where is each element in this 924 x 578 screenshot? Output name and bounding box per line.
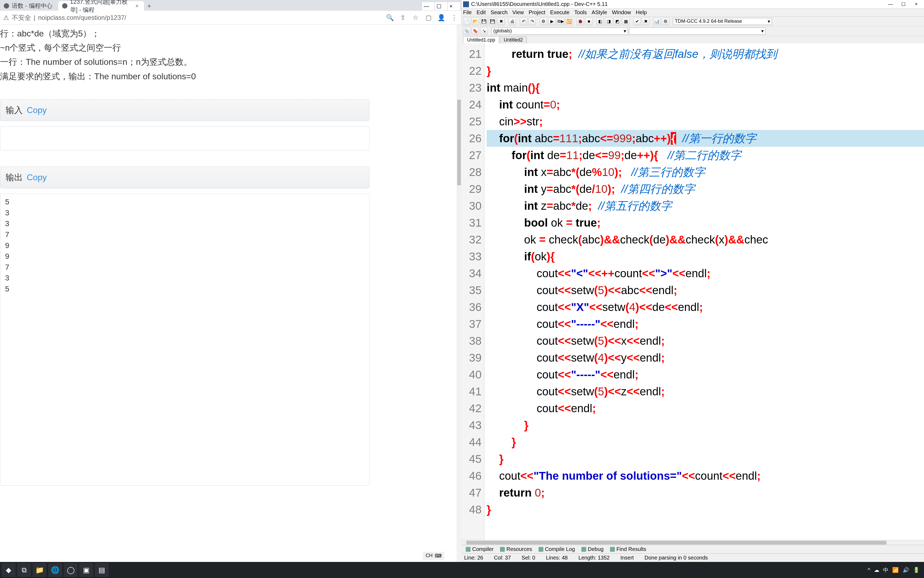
insert-button[interactable]: 📎 (463, 27, 471, 35)
taskview-button[interactable]: ⧉ (17, 563, 31, 577)
menu-astyle[interactable]: AStyle (592, 10, 607, 16)
code-line[interactable]: cout<<endl; (487, 400, 924, 417)
menu-edit[interactable]: Edit (476, 10, 485, 16)
url-box[interactable]: ⚠ 不安全 | noipclass.com/question/p1237/ (3, 13, 382, 22)
run-button[interactable]: ▶ (548, 18, 556, 25)
bottom-tab-compile-log[interactable]: Compile Log (536, 546, 578, 553)
bottom-tab-resources[interactable]: Resources (497, 546, 535, 553)
start-button[interactable]: ◆ (2, 563, 16, 577)
code-line[interactable]: cout<<"-----"<<endl; (487, 315, 924, 333)
zoom-icon[interactable]: 🔍 (386, 14, 394, 21)
menu-tools[interactable]: Tools (574, 10, 587, 16)
wifi-icon[interactable]: 📶 (892, 567, 899, 573)
ime-tray-icon[interactable]: 中 (883, 567, 888, 574)
undo-button[interactable]: ↶ (520, 18, 527, 25)
input-box[interactable] (0, 127, 369, 151)
menu-view[interactable]: View (512, 10, 524, 16)
volume-icon[interactable]: 🔊 (903, 567, 909, 573)
code-line[interactable]: int main(){ (487, 79, 924, 96)
close-file-button[interactable]: ✖ (497, 18, 505, 25)
code-line[interactable]: ok = check(abc)&&check(de)&&check(x)&&ch… (487, 231, 924, 248)
redo-button[interactable]: ↷ (528, 18, 536, 25)
code-area[interactable]: return true; //如果之前没有返回false，则说明都找到}int … (484, 44, 924, 540)
code-line[interactable]: } (487, 62, 924, 79)
toggle-button[interactable]: 🔖 (472, 27, 479, 35)
editor-hscrollbar[interactable] (461, 540, 924, 545)
browser-close[interactable]: × (448, 2, 460, 11)
close-button[interactable]: × (910, 0, 922, 8)
goto-button[interactable]: ◨ (605, 18, 612, 25)
code-line[interactable]: int y=abc*(de/10); //第四行的数字 (487, 180, 924, 197)
code-line[interactable]: cout<<"<"<<++count<<">"<<endl; (487, 265, 924, 282)
code-line[interactable]: int count=0; (487, 96, 924, 113)
code-line[interactable]: } (487, 434, 924, 450)
system-tray[interactable]: ^ ☁ 中 📶 🔊 🔋 (868, 567, 922, 574)
code-line[interactable]: cout<<setw(5)<<z<<endl; (487, 383, 924, 400)
browser-tab-0[interactable]: 语数 - 编程中心 (0, 1, 58, 11)
stop-button[interactable]: ■ (585, 18, 592, 25)
print-button[interactable]: 🖨 (508, 18, 516, 25)
close-icon[interactable]: × (136, 3, 139, 9)
scrollbar-thumb[interactable] (457, 100, 461, 185)
code-line[interactable]: return true; //如果之前没有返回false，则说明都找到 (487, 45, 924, 62)
browser-minimize[interactable]: — (422, 2, 434, 11)
code-line[interactable]: for(int de=11;de<=99;de++){ //第二行的数字 (487, 147, 924, 164)
menu-help[interactable]: Help (636, 10, 647, 16)
menu-search[interactable]: Search (490, 10, 508, 16)
battery-icon[interactable]: 🔋 (913, 567, 920, 573)
code-editor[interactable]: 2122232425262728293031323334353637383940… (461, 44, 924, 540)
code-line[interactable]: cout<<"-----"<<endl; (487, 366, 924, 383)
menu-icon[interactable]: ⋮ (450, 14, 458, 21)
panel-icon[interactable]: ▢ (425, 14, 432, 21)
maximize-button[interactable]: ☐ (897, 0, 909, 8)
bottom-tab-debug[interactable]: Debug (579, 546, 606, 553)
copy-link[interactable]: Copy (27, 105, 47, 115)
code-line[interactable]: } (487, 417, 924, 434)
code-line[interactable]: cout<<"The number of solutions="<<count<… (487, 468, 924, 484)
star-icon[interactable]: ☆ (412, 14, 419, 21)
chrome-button[interactable]: ◯ (64, 563, 78, 577)
rebuild-button[interactable]: 🔁 (565, 18, 573, 25)
editor-tab-0[interactable]: Untitled1.cpp (463, 36, 499, 44)
tray-up-icon[interactable]: ^ (868, 567, 870, 573)
browser-tab-1[interactable]: 1237.竖式问题[暴力枚举] - 编程 × (58, 1, 144, 11)
browser-maximize[interactable]: ☐ (435, 2, 447, 11)
code-line[interactable]: cout<<setw(5)<<x<<endl; (487, 333, 924, 349)
member-selector[interactable]: ▾ (629, 28, 765, 34)
copy-link[interactable]: Copy (27, 172, 47, 182)
menu-file[interactable]: File (463, 10, 472, 16)
code-line[interactable]: cout<<setw(4)<<y<<endl; (487, 349, 924, 366)
code-line[interactable]: int x=abc*(de%10); //第三行的数字 (487, 164, 924, 180)
code-line[interactable]: } (487, 450, 924, 468)
menu-execute[interactable]: Execute (550, 10, 570, 16)
compile-button[interactable]: ⚙ (540, 18, 547, 25)
bookmark-button[interactable]: ◩ (613, 18, 621, 25)
open-button[interactable]: 📂 (472, 18, 479, 25)
bottom-tab-find-results[interactable]: Find Results (607, 546, 649, 553)
code-line[interactable]: cout<<"X"<<setw(4)<<de<<endl; (487, 299, 924, 315)
compiler-selector[interactable]: TDM-GCC 4.9.2 64-bit Release ▾ (673, 18, 772, 25)
minimize-button[interactable]: — (884, 0, 897, 8)
code-line[interactable]: int z=abc*de; //第五行的数字 (487, 197, 924, 214)
grid-button[interactable]: ▦ (622, 18, 629, 25)
cancel-button[interactable]: ✖ (642, 18, 649, 25)
code-line[interactable]: for(int abc=111;abc<=999;abc++){ //第一行的数… (487, 130, 924, 147)
code-line[interactable]: cout<<setw(5)<<abc<<endl; (487, 282, 924, 299)
new-tab-button[interactable]: + (144, 1, 154, 11)
save-button[interactable]: 💾 (480, 18, 488, 25)
compile-run-button[interactable]: ⚙▶ (557, 18, 564, 25)
browser-scrollbar[interactable] (456, 24, 461, 562)
options-button[interactable]: ⚙ (662, 18, 669, 25)
new-class-button[interactable]: ◧ (596, 18, 604, 25)
debug-button[interactable]: 🐞 (576, 18, 584, 25)
code-line[interactable]: return 0; (487, 484, 924, 501)
code-line[interactable]: } (487, 501, 924, 518)
app-button[interactable]: ▤ (95, 563, 109, 577)
code-line[interactable]: if(ok){ (487, 248, 924, 265)
ime-indicator[interactable]: CH ⌨ (423, 552, 444, 560)
edge-button[interactable]: 🌐 (48, 563, 62, 577)
profile-button[interactable]: 📊 (653, 18, 660, 25)
scope-selector[interactable]: (globals) ▾ (492, 28, 628, 34)
menu-project[interactable]: Project (529, 10, 545, 16)
editor-tab-1[interactable]: Untitled2 (500, 36, 527, 44)
